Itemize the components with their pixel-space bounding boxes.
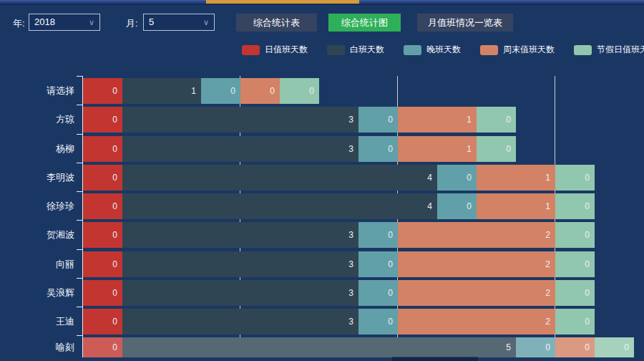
bar-segment[interactable]: 0: [555, 165, 595, 191]
bar-segment[interactable]: 5: [122, 337, 516, 357]
bar-segment[interactable]: 0: [437, 193, 477, 219]
category-label: 徐珍珍: [0, 201, 74, 212]
bar-value-label: 2: [545, 230, 550, 240]
bar-segment[interactable]: 0: [83, 222, 122, 248]
bar-value-label: 0: [112, 115, 117, 125]
bar-value-label: 0: [388, 230, 393, 240]
axis-tick: [77, 76, 82, 77]
bar-segment[interactable]: 0: [358, 309, 398, 334]
bar-value-label: 3: [348, 230, 353, 240]
bar-segment[interactable]: 3: [122, 280, 358, 306]
bar-segment[interactable]: 0: [83, 280, 122, 306]
bar-value-label: 3: [348, 144, 353, 154]
bar-segment[interactable]: 0: [516, 337, 555, 357]
bar-segment[interactable]: 0: [437, 165, 477, 191]
bar-value-label: 3: [348, 317, 353, 327]
axis-tick: [77, 249, 82, 250]
bar-value-label: 0: [585, 230, 590, 240]
bar-segment[interactable]: 0: [280, 78, 319, 104]
bar-segment[interactable]: 0: [555, 280, 595, 306]
stacked-bar-chart: 请选择01000方琼03010杨柳03010李明波04010徐珍珍04010贺湘…: [0, 0, 644, 361]
bar-value-label: 5: [506, 342, 511, 352]
bar-value-label: 1: [545, 201, 550, 211]
category-label: 方琼: [0, 114, 74, 125]
bar-segment[interactable]: 2: [398, 280, 555, 306]
category-label: 喻刻: [0, 342, 74, 353]
bottom-notch: [392, 357, 478, 361]
bar-segment[interactable]: 0: [83, 309, 122, 334]
bar-value-label: 2: [545, 288, 550, 298]
bar-segment[interactable]: 3: [122, 309, 358, 334]
bar-value-label: 4: [427, 201, 432, 211]
bar-segment[interactable]: 0: [83, 136, 122, 162]
bar-segment[interactable]: 2: [398, 251, 555, 277]
category-label: 李明波: [0, 172, 74, 183]
bar-value-label: 3: [348, 259, 353, 269]
bar-segment[interactable]: 2: [398, 222, 555, 248]
bar-value-label: 0: [545, 342, 550, 352]
bar-row: 03020: [83, 280, 595, 306]
bar-segment[interactable]: 4: [122, 165, 437, 191]
bar-segment[interactable]: 1: [477, 193, 555, 219]
bar-segment[interactable]: 0: [83, 165, 122, 191]
bar-segment[interactable]: 3: [122, 136, 358, 162]
bar-segment[interactable]: 0: [240, 78, 280, 104]
bar-value-label: 0: [467, 173, 472, 183]
category-label: 王迪: [0, 316, 74, 327]
bar-value-label: 0: [467, 201, 472, 211]
bar-row: 04010: [83, 193, 595, 219]
bar-value-label: 0: [112, 173, 117, 183]
bar-value-label: 0: [112, 86, 117, 96]
bar-segment[interactable]: 0: [358, 280, 398, 306]
bar-segment[interactable]: 0: [477, 136, 516, 162]
bar-row: 03020: [83, 251, 595, 277]
bar-value-label: 0: [585, 259, 590, 269]
bar-segment[interactable]: 0: [555, 222, 595, 248]
bar-segment[interactable]: 0: [555, 193, 595, 219]
bar-value-label: 0: [112, 201, 117, 211]
bar-segment[interactable]: 0: [358, 222, 398, 248]
bar-segment[interactable]: 0: [83, 107, 122, 133]
bar-segment[interactable]: 0: [83, 193, 122, 219]
bar-value-label: 1: [545, 173, 550, 183]
bar-value-label: 0: [112, 342, 117, 352]
bar-segment[interactable]: 1: [477, 165, 555, 191]
bar-segment[interactable]: 0: [83, 251, 122, 277]
bar-value-label: 0: [112, 288, 117, 298]
bar-value-label: 2: [545, 317, 550, 327]
bar-value-label: 0: [585, 342, 590, 352]
axis-tick: [77, 105, 82, 105]
bar-segment[interactable]: 0: [555, 337, 595, 357]
bar-value-label: 0: [506, 144, 511, 154]
bar-value-label: 0: [388, 115, 393, 125]
bar-segment[interactable]: 0: [358, 251, 398, 277]
bar-segment[interactable]: 1: [398, 107, 477, 133]
bar-value-label: 0: [112, 230, 117, 240]
bar-segment[interactable]: 0: [201, 78, 240, 104]
bar-row: 01000: [83, 78, 319, 104]
category-label: 吴浪辉: [0, 287, 74, 299]
bar-segment[interactable]: 3: [122, 107, 358, 133]
axis-tick: [77, 335, 82, 336]
axis-tick: [77, 163, 82, 163]
bar-value-label: 0: [585, 288, 590, 298]
bar-segment[interactable]: 3: [122, 251, 358, 277]
bar-segment[interactable]: 0: [595, 337, 634, 357]
bar-segment[interactable]: 0: [83, 78, 122, 104]
bar-value-label: 1: [467, 115, 472, 125]
bar-segment[interactable]: 0: [83, 337, 122, 357]
bar-segment[interactable]: 2: [398, 309, 555, 334]
bar-segment[interactable]: 4: [122, 193, 437, 219]
bar-segment[interactable]: 1: [398, 136, 477, 162]
bar-segment[interactable]: 0: [477, 107, 516, 133]
bar-segment[interactable]: 0: [358, 107, 398, 133]
bar-segment[interactable]: 1: [122, 78, 201, 104]
bar-segment[interactable]: 3: [122, 222, 358, 248]
category-label: 向丽: [0, 259, 74, 270]
bar-segment[interactable]: 0: [555, 251, 595, 277]
bar-row: 03020: [83, 309, 595, 334]
bar-segment[interactable]: 0: [555, 309, 595, 334]
bar-value-label: 3: [348, 288, 353, 298]
bar-segment[interactable]: 0: [358, 136, 398, 162]
bar-row: 05000: [83, 337, 634, 357]
